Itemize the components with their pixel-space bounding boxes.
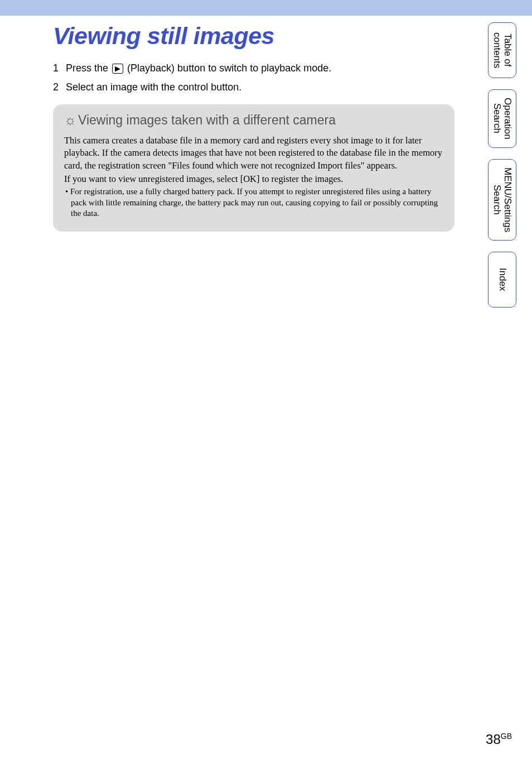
main-content: Viewing still images 1 Press the ▶ (Play…	[0, 16, 457, 232]
step-number: 1	[53, 61, 63, 75]
info-box-title: Viewing images taken with a different ca…	[78, 113, 336, 128]
playback-icon: ▶	[112, 64, 123, 74]
info-title-row: ☼ Viewing images taken with a different …	[64, 112, 443, 128]
step-text-before: Press the	[66, 63, 111, 74]
step-text-after: (Playback) button to switch to playback …	[127, 63, 331, 74]
step-text: Select an image with the control button.	[66, 81, 241, 93]
page-lang: GB	[501, 732, 512, 741]
step-2: 2 Select an image with the control butto…	[53, 80, 457, 94]
info-box-body: This camera creates a database file in a…	[64, 134, 443, 219]
step-1: 1 Press the ▶ (Playback) button to switc…	[53, 61, 457, 75]
info-para-1: This camera creates a database file in a…	[64, 134, 443, 172]
page-number: 38GB	[486, 732, 512, 747]
tab-operation-search[interactable]: Operation Search	[488, 89, 516, 148]
side-tabs: Table of contents Operation Search MENU/…	[488, 22, 516, 307]
tip-icon: ☼	[64, 112, 76, 128]
info-bullet: • For registration, use a fully charged …	[64, 186, 443, 219]
tab-menu-settings-search[interactable]: MENU/Settings Search	[488, 159, 516, 241]
step-number: 2	[53, 80, 63, 94]
top-accent-bar	[0, 0, 532, 16]
tab-table-of-contents[interactable]: Table of contents	[488, 22, 516, 78]
tab-index[interactable]: Index	[488, 252, 516, 307]
page-title: Viewing still images	[53, 22, 457, 50]
info-bullet-text: For registration, use a fully charged ba…	[70, 187, 438, 218]
info-para-2: If you want to view unregistered images,…	[64, 173, 443, 185]
steps-list: 1 Press the ▶ (Playback) button to switc…	[53, 61, 457, 94]
info-box: ☼ Viewing images taken with a different …	[53, 104, 454, 232]
page-number-value: 38	[486, 732, 501, 747]
